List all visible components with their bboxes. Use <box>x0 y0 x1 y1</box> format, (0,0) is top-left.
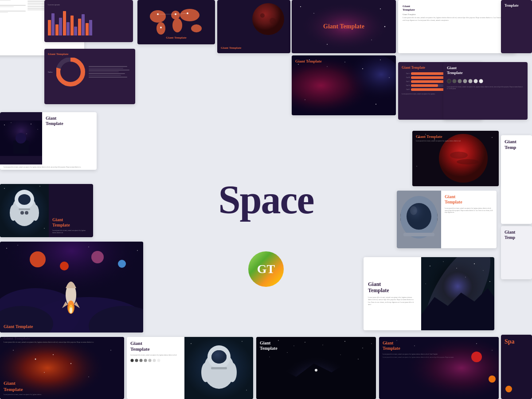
svg-point-9 <box>160 27 162 28</box>
landscape-svg <box>421 257 494 330</box>
slide-card: GiantTemplate Lorem ipsum dolor sit amet… <box>443 62 528 120</box>
svg-point-38 <box>447 79 451 83</box>
svg-point-70 <box>25 211 28 215</box>
slide-text: Lorem ipsum dolor sit amet, animal conce… <box>368 297 417 306</box>
slide-text: Lorem ipsum dolor sit amet, animal conce… <box>447 86 524 90</box>
donut-content: Sales <box>48 58 132 86</box>
astronaut-svg <box>0 184 49 237</box>
svg-point-124 <box>140 359 143 362</box>
slide-title: Template <box>505 4 528 8</box>
svg-point-122 <box>131 359 134 362</box>
svg-point-123 <box>135 359 138 362</box>
svg-point-109 <box>6 248 7 249</box>
svg-point-72 <box>32 205 39 221</box>
svg-point-98 <box>60 262 69 270</box>
svg-point-36 <box>376 104 376 105</box>
svg-rect-135 <box>211 367 227 369</box>
slide-card: GiantTemplate Lorem ipsum dolor sit amet… <box>364 257 494 330</box>
svg-point-37 <box>305 99 305 100</box>
slide-subtext: Lorem ipsum dolor sit amet, animal conce… <box>383 356 495 358</box>
slide-title: GiantTemplate <box>52 217 90 228</box>
slide-content: GiantTemplate <box>0 112 97 164</box>
slide-title: GiantTemplate <box>130 340 181 352</box>
astronaut-right-svg <box>184 337 253 399</box>
svg-point-51 <box>31 124 31 125</box>
svg-point-165 <box>489 376 496 383</box>
svg-point-25 <box>63 64 78 80</box>
slide-title: GiantTemplate <box>260 340 372 351</box>
helmet-svg <box>397 191 441 248</box>
slide-text-area: GiantTemplate Lorem ipsum dolor sit amet… <box>0 337 124 399</box>
svg-point-17 <box>300 6 301 7</box>
slide-card: GiantTemplate Lorem ipsum dolor sit amet… <box>397 191 497 248</box>
slide-text-area: GiantTemplate Lorem ipsum dolor sit amet… <box>379 337 499 362</box>
svg-point-127 <box>153 359 156 362</box>
slide-title: Giant Template <box>221 46 241 50</box>
mini-moon-phases <box>130 359 181 362</box>
svg-point-61 <box>416 166 417 166</box>
slide-text: Lorem ipsum dolor sit amet, animal conce… <box>4 394 121 395</box>
slide-text: Lorem ipsum dolor sit amet, animal conce… <box>403 17 511 22</box>
svg-point-41 <box>463 79 467 83</box>
svg-point-18 <box>313 13 314 14</box>
slide-text: Lorem ipsum dolor sit amet, animal conce… <box>52 230 90 234</box>
slide-text: Lorem ipsum dolor sit amet, animal conce… <box>416 140 495 142</box>
svg-point-73 <box>4 188 5 189</box>
slide-card: Giant Template <box>217 0 290 53</box>
svg-point-156 <box>358 359 358 359</box>
slide-card: Giant Template <box>292 0 396 53</box>
slide-title: GiantTemp <box>505 139 528 150</box>
svg-point-21 <box>327 44 328 45</box>
svg-point-49 <box>4 125 5 125</box>
svg-point-139 <box>242 341 242 341</box>
helmet-image <box>397 191 441 248</box>
svg-point-69 <box>20 211 24 215</box>
orange-circle <box>505 386 512 392</box>
svg-point-44 <box>479 79 483 83</box>
svg-point-153 <box>270 357 270 357</box>
svg-point-75 <box>44 228 45 229</box>
svg-point-138 <box>191 343 192 344</box>
svg-point-43 <box>474 79 478 83</box>
svg-point-52 <box>37 129 38 129</box>
slide-text: Lorem ipsum dolor sit amet, animal conce… <box>130 354 181 356</box>
moon-phases-content: GiantTemplate <box>447 66 524 83</box>
slide-subtitle: Giant Template <box>403 13 511 16</box>
slide-text-area: GiantTemplate Lorem ipsum dolor sit amet… <box>49 184 93 237</box>
slide-card: Giant Template Lorem ipsum dolor sit ame… <box>412 131 499 186</box>
donut-chart <box>56 58 85 86</box>
svg-point-136 <box>201 363 210 382</box>
slide-card: Lorem ipsum <box>44 0 133 42</box>
slide-card: GiantTemplate Lorem ipsum dolor sit amet… <box>0 337 124 399</box>
moon-phases-row <box>447 79 524 83</box>
astronaut-image-right <box>184 337 253 399</box>
slide-card: GiantTemplate Giant Template Lorem ipsum… <box>398 0 516 53</box>
slide-card: GiantTemp <box>501 226 532 279</box>
svg-point-94 <box>465 277 466 277</box>
svg-point-56 <box>450 152 468 159</box>
map-content: Giant Template <box>145 5 207 39</box>
slide-card: Giant Template <box>292 55 396 115</box>
slide-title: GiantTemp <box>505 230 528 240</box>
slide-text-area: GiantTemplate Lorem ipsum dolor sit amet… <box>441 191 497 248</box>
svg-point-91 <box>483 270 483 270</box>
svg-point-33 <box>362 68 363 69</box>
slide-text-area: GiantTemplate Lorem ipsum dolor sit amet… <box>364 257 421 330</box>
planet-svg <box>244 2 288 38</box>
slide-title: Spa <box>505 338 528 346</box>
svg-point-19 <box>380 8 381 9</box>
svg-point-81 <box>410 206 417 215</box>
slide-card: GiantTemplate Lorem ipsum dolor sit amet… <box>379 337 499 399</box>
svg-point-20 <box>371 39 372 40</box>
slide-title-area: GiantTemplate <box>256 337 376 355</box>
slide-title: GiantTemplate <box>368 281 417 294</box>
slide-card: GiantTemplate Lorem ipsum dolor sit amet… <box>0 184 93 237</box>
svg-point-100 <box>118 260 126 268</box>
planet-display <box>244 2 288 39</box>
slide-title: GiantTemplate <box>403 4 511 12</box>
svg-point-144 <box>315 369 317 372</box>
svg-point-4 <box>180 9 200 21</box>
slide-title-area: Giant Template <box>292 55 396 67</box>
donut-text <box>89 66 132 78</box>
svg-rect-82 <box>403 233 434 236</box>
